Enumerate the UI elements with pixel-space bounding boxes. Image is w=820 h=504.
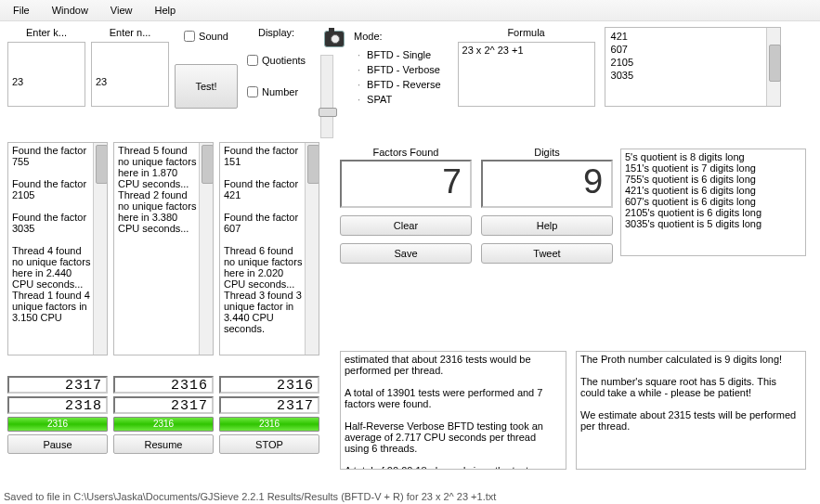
- counter-1a: 2317: [7, 376, 108, 394]
- summary-log-right[interactable]: The Proth number calculated is 9 digits …: [576, 351, 806, 470]
- progress-bar-3: 2316: [219, 417, 319, 432]
- stop-button[interactable]: STOP: [219, 434, 319, 454]
- thread-log-3[interactable]: Found the factor 151 Found the factor 42…: [219, 142, 319, 355]
- mode-option-spat[interactable]: SPAT: [354, 92, 444, 107]
- scrollbar-icon[interactable]: [305, 143, 319, 355]
- display-label: Display:: [247, 27, 306, 38]
- test-button[interactable]: Test!: [175, 64, 238, 109]
- progress-bar-2: 2316: [113, 417, 214, 432]
- scrollbar-icon[interactable]: [93, 143, 107, 355]
- menu-file[interactable]: File: [4, 2, 39, 19]
- mode-option-verbose[interactable]: BFTD - Verbose: [354, 62, 444, 77]
- factors-found-display: 7: [340, 160, 472, 208]
- sound-label: Sound: [199, 31, 228, 42]
- formula-box[interactable]: 23 x 2^ 23 +1: [458, 42, 595, 107]
- menu-window[interactable]: Window: [43, 2, 98, 19]
- mode-option-reverse[interactable]: BFTD - Reverse: [354, 77, 444, 92]
- sound-checkbox[interactable]: [184, 31, 195, 42]
- menubar: File Window View Help: [0, 0, 820, 21]
- number-checkbox[interactable]: [247, 86, 258, 97]
- digits-display: 9: [481, 160, 613, 208]
- list-item[interactable]: 607: [609, 43, 761, 56]
- help-button[interactable]: Help: [481, 215, 613, 236]
- menu-help[interactable]: Help: [146, 2, 186, 19]
- quotients-list[interactable]: 5's quotient is 8 digits long 151's quot…: [620, 149, 806, 256]
- enter-n-label: Enter n...: [91, 27, 169, 38]
- scrollbar-icon[interactable]: [199, 143, 213, 355]
- list-item[interactable]: 3035: [609, 69, 761, 82]
- enter-n-input[interactable]: 23: [91, 42, 169, 107]
- tweet-button[interactable]: Tweet: [481, 243, 613, 264]
- counter-1b: 2318: [7, 396, 108, 414]
- counter-2a: 2316: [113, 376, 214, 394]
- number-label: Number: [262, 86, 298, 97]
- clear-button[interactable]: Clear: [340, 215, 472, 236]
- top-value-list[interactable]: 421 607 2105 3035: [605, 27, 781, 107]
- counter-2b: 2317: [113, 396, 214, 414]
- mode-option-single[interactable]: BFTD - Single: [354, 47, 444, 62]
- mode-label: Mode:: [354, 29, 444, 44]
- save-button[interactable]: Save: [340, 243, 472, 264]
- list-item[interactable]: 421: [609, 30, 761, 43]
- counter-3b: 2317: [219, 396, 319, 414]
- counter-3a: 2316: [219, 376, 319, 394]
- quotients-checkbox[interactable]: [247, 55, 258, 66]
- thread-log-1[interactable]: Found the factor 755 Found the factor 21…: [7, 142, 108, 355]
- summary-log-left[interactable]: estimated that about 2316 tests would be…: [340, 351, 566, 470]
- digits-label: Digits: [481, 147, 613, 158]
- menu-view[interactable]: View: [101, 2, 142, 19]
- list-item[interactable]: 2105: [609, 56, 761, 69]
- quotients-label: Quotients: [262, 55, 306, 66]
- pause-button[interactable]: Pause: [7, 434, 108, 454]
- enter-k-label: Enter k...: [7, 27, 85, 38]
- mode-slider[interactable]: [320, 55, 333, 138]
- factors-found-label: Factors Found: [340, 147, 472, 158]
- progress-bar-1: 2316: [7, 417, 108, 432]
- camera-icon[interactable]: [324, 31, 345, 47]
- enter-k-input[interactable]: 23: [7, 42, 85, 107]
- status-bar: Saved to file in C:\Users\Jaska\Document…: [4, 491, 496, 502]
- formula-label: Formula: [458, 27, 595, 38]
- scrollbar-icon[interactable]: [766, 28, 780, 106]
- resume-button[interactable]: Resume: [113, 434, 214, 454]
- thread-log-2[interactable]: Thread 5 found no unique factors here in…: [113, 142, 214, 355]
